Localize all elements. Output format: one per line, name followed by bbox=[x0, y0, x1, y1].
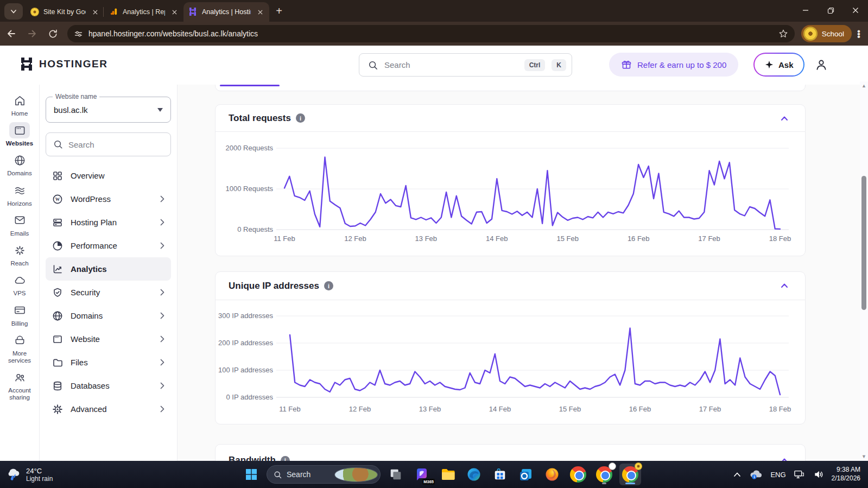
weather-temp: 24°C bbox=[26, 467, 53, 475]
chrome-school-badge bbox=[635, 462, 642, 470]
total-requests-chart: 2000 Requests1000 Requests0 Requests11 F… bbox=[216, 132, 805, 257]
chevron-right-icon bbox=[160, 242, 164, 249]
refer-earn-button[interactable]: Refer & earn up to $ 200 bbox=[609, 53, 738, 77]
browser-profile-chip[interactable]: School bbox=[801, 25, 852, 42]
page-scrollbar[interactable]: ▲ ▼ bbox=[860, 81, 868, 461]
info-icon[interactable]: i bbox=[281, 456, 290, 461]
chrome-button-3-active[interactable] bbox=[619, 464, 641, 485]
scroll-up-arrow[interactable]: ▲ bbox=[861, 83, 866, 88]
website-name-select[interactable]: Website name busl.ac.lk bbox=[46, 97, 171, 123]
chrome-button-1[interactable] bbox=[567, 464, 589, 485]
open-window-indicator bbox=[602, 483, 606, 484]
global-search-input[interactable]: Search Ctrl K bbox=[359, 53, 572, 77]
browser-menu-button[interactable]: ••• bbox=[857, 30, 860, 38]
tab-search-button[interactable] bbox=[4, 3, 23, 20]
bookmark-star-icon[interactable] bbox=[778, 29, 788, 39]
network-icon[interactable] bbox=[794, 469, 806, 480]
new-tab-button[interactable]: + bbox=[271, 3, 287, 18]
sidebar-item-hosting-plan[interactable]: Hosting Plan bbox=[46, 211, 171, 234]
firefox-button[interactable] bbox=[541, 464, 563, 485]
copilot-m365-button[interactable]: M365 bbox=[411, 464, 433, 485]
weather-condition: Light rain bbox=[26, 475, 53, 483]
rail-item-account-sharing[interactable]: Account sharing bbox=[1, 369, 39, 401]
browser-tab-strip: Site Kit by Google Dashboard ‹ Analytics… bbox=[0, 0, 868, 22]
volume-icon[interactable] bbox=[813, 469, 824, 480]
back-button[interactable] bbox=[2, 24, 21, 43]
ask-button[interactable]: Ask bbox=[753, 53, 804, 77]
sidebar-item-analytics[interactable]: Analytics bbox=[46, 257, 171, 281]
rail-item-domains[interactable]: Domains bbox=[1, 152, 39, 177]
globe-icon bbox=[9, 152, 30, 168]
outlook-button[interactable] bbox=[515, 464, 537, 485]
menu-item-label: Overview bbox=[71, 171, 164, 180]
ms-store-button[interactable] bbox=[489, 464, 511, 485]
sidebar-item-domains[interactable]: Domains bbox=[46, 304, 171, 327]
collapse-button[interactable] bbox=[779, 280, 790, 291]
rail-item-vps[interactable]: VPS bbox=[1, 272, 39, 297]
sidebar-search-input[interactable]: Search bbox=[46, 132, 171, 156]
forward-button[interactable] bbox=[23, 24, 41, 43]
rail-item-emails[interactable]: Emails bbox=[1, 212, 39, 237]
site-info-icon[interactable] bbox=[74, 29, 83, 39]
app-rail: Home Websites Domains Horizons Emails Re… bbox=[0, 85, 40, 461]
sidebar-item-databases[interactable]: Databases bbox=[46, 374, 171, 397]
rail-item-billing[interactable]: Billing bbox=[1, 302, 39, 327]
taskbar-search[interactable]: Search bbox=[267, 465, 381, 484]
tab-close-icon[interactable] bbox=[90, 7, 100, 17]
info-icon[interactable]: i bbox=[296, 113, 305, 123]
sidebar-item-overview[interactable]: Overview bbox=[46, 164, 171, 187]
taskbar-clock[interactable]: 9:38 AM 2/18/2026 bbox=[832, 466, 860, 483]
sidebar-item-files[interactable]: Files bbox=[46, 351, 171, 374]
onedrive-icon[interactable]: i bbox=[749, 469, 763, 480]
back-icon bbox=[6, 28, 17, 39]
scroll-down-arrow[interactable]: ▼ bbox=[861, 454, 866, 459]
close-window-button[interactable] bbox=[843, 0, 868, 21]
reload-button[interactable] bbox=[43, 24, 62, 43]
restore-button[interactable] bbox=[818, 0, 843, 21]
person-icon bbox=[814, 58, 828, 72]
window2-icon bbox=[52, 334, 63, 345]
tab-close-icon[interactable] bbox=[255, 7, 265, 17]
language-indicator[interactable]: ENG bbox=[770, 471, 785, 479]
url-text[interactable]: hpanel.hostinger.com/websites/busl.ac.lk… bbox=[88, 29, 773, 38]
rail-item-reach[interactable]: Reach bbox=[1, 242, 39, 267]
info-icon[interactable]: i bbox=[324, 281, 333, 290]
browser-tab-3[interactable]: Analytics | Hostinger bbox=[183, 2, 269, 22]
chevron-up-icon bbox=[781, 116, 788, 121]
rail-item-websites[interactable]: Websites bbox=[1, 122, 39, 147]
rail-item-more-services[interactable]: More services bbox=[1, 332, 39, 364]
sidebar-item-performance[interactable]: Performance bbox=[46, 234, 171, 257]
x-axis-tick-label: 12 Feb bbox=[337, 405, 383, 413]
tab-close-icon[interactable] bbox=[169, 7, 179, 17]
windows-logo-icon bbox=[245, 468, 258, 481]
taskbar-weather-widget[interactable]: 24°C Light rain bbox=[5, 466, 53, 483]
rail-item-horizons[interactable]: Horizons bbox=[1, 182, 39, 207]
file-explorer-button[interactable] bbox=[437, 464, 459, 485]
sidebar-item-website[interactable]: Website bbox=[46, 327, 171, 351]
x-axis-tick-label: 15 Feb bbox=[547, 405, 593, 413]
chrome-button-2[interactable] bbox=[593, 464, 615, 485]
collapse-button[interactable] bbox=[779, 455, 790, 461]
sidebar-item-advanced[interactable]: Advanced bbox=[46, 397, 171, 421]
minimize-button[interactable] bbox=[793, 0, 818, 21]
chevron-right-icon bbox=[160, 289, 164, 296]
sidebar-item-security[interactable]: Security bbox=[46, 281, 171, 304]
hostinger-logo[interactable]: HOSTINGER bbox=[20, 57, 107, 71]
account-button[interactable] bbox=[814, 58, 828, 72]
window-icon bbox=[9, 122, 30, 138]
address-bar[interactable]: hpanel.hostinger.com/websites/busl.ac.lk… bbox=[67, 25, 795, 42]
active-window-indicator bbox=[625, 483, 635, 484]
scrollbar-thumb[interactable] bbox=[861, 176, 866, 310]
svg-text:W: W bbox=[55, 197, 60, 202]
tray-chevron-up-icon[interactable] bbox=[733, 472, 741, 477]
edge-button[interactable] bbox=[463, 464, 485, 485]
task-view-button[interactable] bbox=[385, 464, 407, 485]
sidebar-item-wordpress[interactable]: W WordPress bbox=[46, 187, 171, 211]
rail-item-label: Billing bbox=[11, 320, 28, 327]
collapse-button[interactable] bbox=[779, 113, 790, 124]
rail-item-home[interactable]: Home bbox=[1, 92, 39, 117]
minimize-icon bbox=[802, 7, 809, 14]
browser-tab-2[interactable]: Analytics | Reports snapshot bbox=[104, 2, 183, 22]
start-button[interactable] bbox=[240, 464, 262, 485]
browser-tab-1[interactable]: Site Kit by Google Dashboard ‹ bbox=[25, 2, 104, 22]
